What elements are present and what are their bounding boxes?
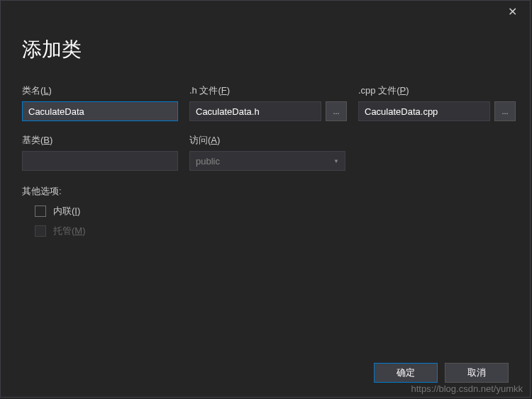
inline-checkbox[interactable]	[35, 206, 46, 217]
h-file-field: .h 文件(F) ...	[189, 84, 347, 121]
access-label: 访问(A)	[189, 134, 345, 147]
inline-checkbox-label: 内联(I)	[53, 205, 80, 218]
h-file-input[interactable]	[189, 101, 321, 121]
other-options-section: 其他选项: 内联(I) 托管(M)	[22, 185, 509, 237]
cancel-button[interactable]: 取消	[445, 363, 509, 383]
spacer	[357, 134, 513, 171]
dialog-button-bar: 确定 取消	[374, 363, 509, 383]
chevron-down-icon: ▼	[333, 158, 339, 164]
base-class-input[interactable]	[22, 151, 178, 171]
class-name-label: 类名(L)	[22, 84, 178, 97]
cpp-file-field: .cpp 文件(P) ...	[358, 84, 516, 121]
close-icon[interactable]: ✕	[502, 2, 523, 21]
access-select[interactable]: public ▼	[189, 151, 345, 171]
base-class-field: 基类(B)	[22, 134, 178, 171]
watermark-text: https://blog.csdn.net/yumkk	[411, 383, 523, 394]
base-class-label: 基类(B)	[22, 134, 178, 147]
cpp-file-label: .cpp 文件(P)	[358, 84, 516, 97]
cpp-file-input[interactable]	[358, 101, 490, 121]
other-options-heading: 其他选项:	[22, 185, 509, 198]
add-class-dialog: ✕ 添加类 类名(L) .h 文件(F) ... .cpp 文件(P) ...	[0, 0, 531, 398]
class-name-input[interactable]	[22, 101, 178, 121]
managed-checkbox-label: 托管(M)	[53, 225, 86, 237]
cpp-file-browse-button[interactable]: ...	[494, 101, 516, 121]
access-field: 访问(A) public ▼	[189, 134, 345, 171]
dialog-title: 添加类	[1, 22, 530, 84]
ok-button[interactable]: 确定	[374, 363, 438, 383]
access-value: public	[196, 156, 220, 167]
class-name-field: 类名(L)	[22, 84, 178, 121]
h-file-label: .h 文件(F)	[189, 84, 347, 97]
managed-checkbox	[35, 225, 46, 237]
h-file-browse-button[interactable]: ...	[326, 101, 347, 121]
form-area: 类名(L) .h 文件(F) ... .cpp 文件(P) ...	[1, 84, 530, 237]
inline-option-row: 内联(I)	[22, 205, 509, 218]
titlebar: ✕	[1, 1, 530, 22]
managed-option-row: 托管(M)	[22, 225, 509, 237]
